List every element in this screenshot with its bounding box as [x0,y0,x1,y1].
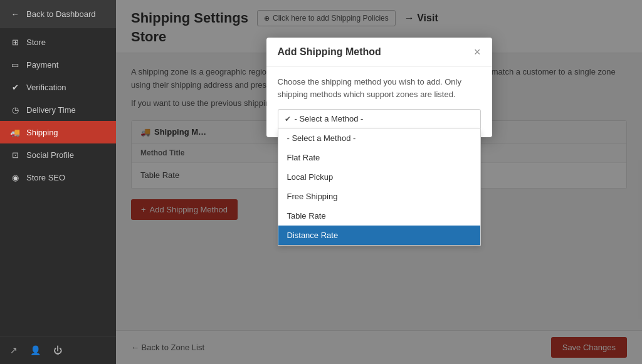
modal-description: Choose the shipping method you wish to a… [278,76,481,100]
modal-body: Choose the shipping method you wish to a… [266,67,492,137]
sidebar-item-verification[interactable]: ✔ Verification [0,76,116,98]
check-icon: ✔ [285,115,291,123]
dropdown-list: - Select a Method - Flat Rate Local Pick… [278,128,481,246]
dropdown-option-free-shipping[interactable]: Free Shipping [278,187,480,206]
social-icon: ⊡ [10,150,20,160]
dropdown-selected-value[interactable]: ✔ - Select a Method - [278,109,481,128]
modal-header: Add Shipping Method × [266,38,492,67]
main-content: Shipping Settings ⊕ Click here to add Sh… [116,0,642,364]
dropdown-option-distance-rate[interactable]: Distance Rate [278,226,480,245]
add-shipping-method-modal: Add Shipping Method × Choose the shippin… [266,38,492,137]
store-icon: ⊞ [10,37,20,47]
sidebar-item-store[interactable]: ⊞ Store [0,31,116,53]
modal-title: Add Shipping Method [278,46,381,58]
modal-overlay[interactable]: Add Shipping Method × Choose the shippin… [116,0,642,364]
sidebar-item-shipping[interactable]: 🚚 Shipping [0,121,116,143]
verification-icon: ✔ [10,82,20,92]
sidebar-back-to-dashboard[interactable]: ← Back to Dashboard [0,0,116,28]
modal-close-button[interactable]: × [474,46,481,58]
back-icon: ← [10,9,20,19]
sidebar-item-payment[interactable]: ▭ Payment [0,53,116,76]
dropdown-option-table-rate[interactable]: Table Rate [278,206,480,226]
clock-icon: ◷ [10,105,20,115]
sidebar: ← Back to Dashboard ⊞ Store ▭ Payment ✔ … [0,0,116,364]
dropdown-option-flat-rate[interactable]: Flat Rate [278,148,480,167]
method-dropdown[interactable]: ✔ - Select a Method - - Select a Method … [278,109,481,128]
external-link-icon[interactable]: ↗ [10,345,18,355]
dropdown-option-local-pickup[interactable]: Local Pickup [278,167,480,187]
user-icon[interactable]: 👤 [30,345,41,355]
sidebar-item-delivery-time[interactable]: ◷ Delivery Time [0,98,116,121]
seo-icon: ◉ [10,172,20,182]
dropdown-option-select[interactable]: - Select a Method - [278,128,480,148]
sidebar-footer: ↗ 👤 ⏻ [0,336,116,364]
power-icon[interactable]: ⏻ [53,345,62,355]
shipping-icon: 🚚 [10,127,20,137]
payment-icon: ▭ [10,60,20,70]
sidebar-item-store-seo[interactable]: ◉ Store SEO [0,166,116,189]
sidebar-item-social-profile[interactable]: ⊡ Social Profile [0,143,116,166]
